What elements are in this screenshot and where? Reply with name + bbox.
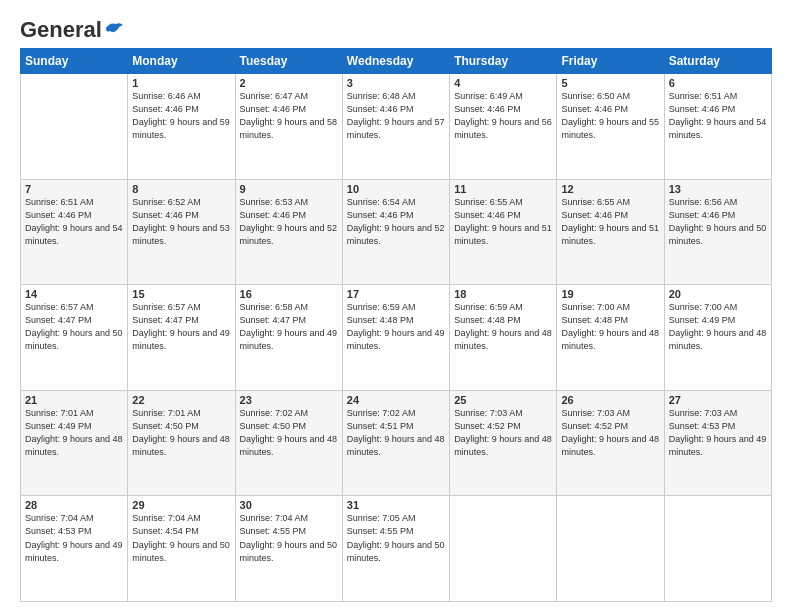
day-header-friday: Friday: [557, 49, 664, 74]
day-number: 12: [561, 183, 659, 195]
header: General: [20, 18, 772, 38]
calendar-cell: 7 Sunrise: 6:51 AMSunset: 4:46 PMDayligh…: [21, 179, 128, 285]
day-number: 22: [132, 394, 230, 406]
calendar-table: SundayMondayTuesdayWednesdayThursdayFrid…: [20, 48, 772, 602]
day-number: 2: [240, 77, 338, 89]
day-info: Sunrise: 6:55 AMSunset: 4:46 PMDaylight:…: [454, 196, 552, 248]
calendar-cell: 31 Sunrise: 7:05 AMSunset: 4:55 PMDaylig…: [342, 496, 449, 602]
logo-bird-icon: [104, 20, 124, 36]
calendar-cell: 25 Sunrise: 7:03 AMSunset: 4:52 PMDaylig…: [450, 390, 557, 496]
day-info: Sunrise: 6:51 AMSunset: 4:46 PMDaylight:…: [25, 196, 123, 248]
day-number: 16: [240, 288, 338, 300]
day-info: Sunrise: 6:57 AMSunset: 4:47 PMDaylight:…: [132, 301, 230, 353]
day-number: 7: [25, 183, 123, 195]
day-number: 26: [561, 394, 659, 406]
calendar-cell: 30 Sunrise: 7:04 AMSunset: 4:55 PMDaylig…: [235, 496, 342, 602]
calendar-cell: 14 Sunrise: 6:57 AMSunset: 4:47 PMDaylig…: [21, 285, 128, 391]
calendar-cell: 16 Sunrise: 6:58 AMSunset: 4:47 PMDaylig…: [235, 285, 342, 391]
day-info: Sunrise: 6:54 AMSunset: 4:46 PMDaylight:…: [347, 196, 445, 248]
day-info: Sunrise: 6:50 AMSunset: 4:46 PMDaylight:…: [561, 90, 659, 142]
day-number: 11: [454, 183, 552, 195]
day-header-sunday: Sunday: [21, 49, 128, 74]
calendar-cell: 17 Sunrise: 6:59 AMSunset: 4:48 PMDaylig…: [342, 285, 449, 391]
day-number: 8: [132, 183, 230, 195]
calendar-cell: 26 Sunrise: 7:03 AMSunset: 4:52 PMDaylig…: [557, 390, 664, 496]
day-info: Sunrise: 6:49 AMSunset: 4:46 PMDaylight:…: [454, 90, 552, 142]
calendar-cell: 4 Sunrise: 6:49 AMSunset: 4:46 PMDayligh…: [450, 74, 557, 180]
day-number: 30: [240, 499, 338, 511]
day-number: 13: [669, 183, 767, 195]
calendar-cell: 19 Sunrise: 7:00 AMSunset: 4:48 PMDaylig…: [557, 285, 664, 391]
calendar-cell: 21 Sunrise: 7:01 AMSunset: 4:49 PMDaylig…: [21, 390, 128, 496]
day-number: 10: [347, 183, 445, 195]
day-info: Sunrise: 6:57 AMSunset: 4:47 PMDaylight:…: [25, 301, 123, 353]
day-number: 31: [347, 499, 445, 511]
calendar-cell: 10 Sunrise: 6:54 AMSunset: 4:46 PMDaylig…: [342, 179, 449, 285]
calendar-cell: [21, 74, 128, 180]
calendar-cell: 15 Sunrise: 6:57 AMSunset: 4:47 PMDaylig…: [128, 285, 235, 391]
day-info: Sunrise: 7:01 AMSunset: 4:49 PMDaylight:…: [25, 407, 123, 459]
day-info: Sunrise: 7:03 AMSunset: 4:52 PMDaylight:…: [561, 407, 659, 459]
calendar-cell: 5 Sunrise: 6:50 AMSunset: 4:46 PMDayligh…: [557, 74, 664, 180]
day-number: 18: [454, 288, 552, 300]
page: General SundayMondayTuesdayWednesdayThur…: [0, 0, 792, 612]
calendar-cell: 28 Sunrise: 7:04 AMSunset: 4:53 PMDaylig…: [21, 496, 128, 602]
day-header-monday: Monday: [128, 49, 235, 74]
calendar-week-row: 1 Sunrise: 6:46 AMSunset: 4:46 PMDayligh…: [21, 74, 772, 180]
day-number: 6: [669, 77, 767, 89]
day-number: 23: [240, 394, 338, 406]
day-number: 24: [347, 394, 445, 406]
day-info: Sunrise: 6:56 AMSunset: 4:46 PMDaylight:…: [669, 196, 767, 248]
calendar-cell: 1 Sunrise: 6:46 AMSunset: 4:46 PMDayligh…: [128, 74, 235, 180]
logo-general-text: General: [20, 18, 102, 42]
calendar-cell: 9 Sunrise: 6:53 AMSunset: 4:46 PMDayligh…: [235, 179, 342, 285]
calendar-week-row: 14 Sunrise: 6:57 AMSunset: 4:47 PMDaylig…: [21, 285, 772, 391]
day-info: Sunrise: 6:47 AMSunset: 4:46 PMDaylight:…: [240, 90, 338, 142]
calendar-cell: [557, 496, 664, 602]
calendar-header-row: SundayMondayTuesdayWednesdayThursdayFrid…: [21, 49, 772, 74]
day-info: Sunrise: 7:03 AMSunset: 4:52 PMDaylight:…: [454, 407, 552, 459]
day-info: Sunrise: 7:00 AMSunset: 4:48 PMDaylight:…: [561, 301, 659, 353]
day-header-wednesday: Wednesday: [342, 49, 449, 74]
calendar-cell: 20 Sunrise: 7:00 AMSunset: 4:49 PMDaylig…: [664, 285, 771, 391]
day-info: Sunrise: 7:01 AMSunset: 4:50 PMDaylight:…: [132, 407, 230, 459]
day-info: Sunrise: 7:04 AMSunset: 4:55 PMDaylight:…: [240, 512, 338, 564]
calendar-cell: 3 Sunrise: 6:48 AMSunset: 4:46 PMDayligh…: [342, 74, 449, 180]
day-number: 5: [561, 77, 659, 89]
calendar-cell: 24 Sunrise: 7:02 AMSunset: 4:51 PMDaylig…: [342, 390, 449, 496]
calendar-cell: [450, 496, 557, 602]
day-info: Sunrise: 6:51 AMSunset: 4:46 PMDaylight:…: [669, 90, 767, 142]
calendar-cell: 23 Sunrise: 7:02 AMSunset: 4:50 PMDaylig…: [235, 390, 342, 496]
day-info: Sunrise: 6:52 AMSunset: 4:46 PMDaylight:…: [132, 196, 230, 248]
day-number: 9: [240, 183, 338, 195]
day-info: Sunrise: 6:46 AMSunset: 4:46 PMDaylight:…: [132, 90, 230, 142]
day-number: 19: [561, 288, 659, 300]
day-number: 29: [132, 499, 230, 511]
day-number: 14: [25, 288, 123, 300]
calendar-cell: [664, 496, 771, 602]
calendar-week-row: 28 Sunrise: 7:04 AMSunset: 4:53 PMDaylig…: [21, 496, 772, 602]
logo: General: [20, 18, 124, 38]
day-number: 20: [669, 288, 767, 300]
day-number: 17: [347, 288, 445, 300]
day-info: Sunrise: 7:02 AMSunset: 4:51 PMDaylight:…: [347, 407, 445, 459]
day-info: Sunrise: 6:59 AMSunset: 4:48 PMDaylight:…: [347, 301, 445, 353]
calendar-cell: 11 Sunrise: 6:55 AMSunset: 4:46 PMDaylig…: [450, 179, 557, 285]
day-number: 3: [347, 77, 445, 89]
day-info: Sunrise: 7:00 AMSunset: 4:49 PMDaylight:…: [669, 301, 767, 353]
day-info: Sunrise: 6:59 AMSunset: 4:48 PMDaylight:…: [454, 301, 552, 353]
day-number: 28: [25, 499, 123, 511]
day-info: Sunrise: 7:05 AMSunset: 4:55 PMDaylight:…: [347, 512, 445, 564]
day-info: Sunrise: 7:04 AMSunset: 4:54 PMDaylight:…: [132, 512, 230, 564]
day-info: Sunrise: 6:48 AMSunset: 4:46 PMDaylight:…: [347, 90, 445, 142]
day-header-thursday: Thursday: [450, 49, 557, 74]
day-number: 25: [454, 394, 552, 406]
day-info: Sunrise: 6:53 AMSunset: 4:46 PMDaylight:…: [240, 196, 338, 248]
calendar-cell: 12 Sunrise: 6:55 AMSunset: 4:46 PMDaylig…: [557, 179, 664, 285]
calendar-cell: 8 Sunrise: 6:52 AMSunset: 4:46 PMDayligh…: [128, 179, 235, 285]
calendar-cell: 6 Sunrise: 6:51 AMSunset: 4:46 PMDayligh…: [664, 74, 771, 180]
calendar-cell: 27 Sunrise: 7:03 AMSunset: 4:53 PMDaylig…: [664, 390, 771, 496]
day-header-saturday: Saturday: [664, 49, 771, 74]
calendar-cell: 13 Sunrise: 6:56 AMSunset: 4:46 PMDaylig…: [664, 179, 771, 285]
day-number: 4: [454, 77, 552, 89]
